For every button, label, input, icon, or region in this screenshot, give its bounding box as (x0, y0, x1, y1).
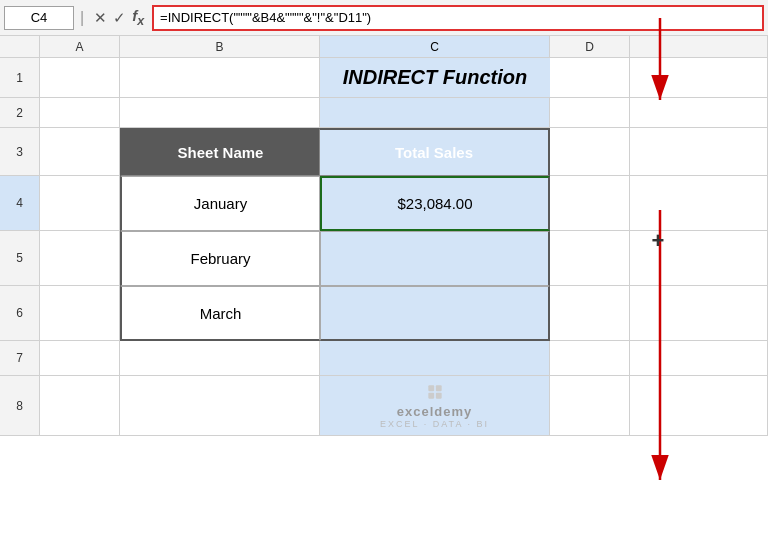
cell-c8-logo: exceldemy EXCEL · DATA · BI (320, 376, 550, 436)
cell-e2[interactable] (630, 98, 768, 128)
formula-bar: C4 | ✕ ✓ fx =INDIRECT(""""&B4&""""&"!"&"… (0, 0, 768, 36)
cell-a2[interactable] (40, 98, 120, 128)
row-header-6[interactable]: 6 (0, 286, 40, 341)
cell-d4[interactable] (550, 176, 630, 231)
row-header-7[interactable]: 7 (0, 341, 40, 376)
formula-input[interactable]: =INDIRECT(""""&B4&""""&"!"&"D11") (152, 5, 764, 31)
cell-d8[interactable] (550, 376, 630, 436)
col-header-e[interactable] (630, 36, 768, 58)
cell-d2[interactable] (550, 98, 630, 128)
cell-e5[interactable] (630, 231, 768, 286)
cell-b6[interactable]: March (120, 286, 320, 341)
formula-icons: ✕ ✓ fx (94, 7, 144, 28)
cell-c4[interactable]: $23,084.00 (320, 176, 550, 231)
confirm-icon[interactable]: ✓ (113, 9, 126, 27)
svg-rect-3 (435, 393, 441, 399)
cell-e3[interactable] (630, 128, 768, 176)
row-8: 8 exceldemy EXCEL · DATA · BI (0, 376, 768, 436)
cell-c3-header[interactable]: Total Sales (320, 128, 550, 176)
row-header-8[interactable]: 8 (0, 376, 40, 436)
row-header-3[interactable]: 3 (0, 128, 40, 176)
col-header-b[interactable]: B (120, 36, 320, 58)
row-header-2[interactable]: 2 (0, 98, 40, 128)
cell-b7[interactable] (120, 341, 320, 376)
cell-c7[interactable] (320, 341, 550, 376)
col-header-a[interactable]: A (40, 36, 120, 58)
cell-d3[interactable] (550, 128, 630, 176)
cell-e6[interactable] (630, 286, 768, 341)
spreadsheet: A B C D 1 INDIRECT Function 2 3 (0, 36, 768, 535)
cell-b4[interactable]: January (120, 176, 320, 231)
row-7: 7 (0, 341, 768, 376)
row-1: 1 INDIRECT Function (0, 58, 768, 98)
cell-b2[interactable] (120, 98, 320, 128)
cell-reference-box[interactable]: C4 (4, 6, 74, 30)
cell-d1[interactable] (550, 58, 630, 98)
cell-c2[interactable] (320, 98, 550, 128)
logo-text-main: exceldemy (397, 404, 473, 419)
cell-a7[interactable] (40, 341, 120, 376)
cell-c5[interactable] (320, 231, 550, 286)
row-5: 5 February (0, 231, 768, 286)
row-2: 2 (0, 98, 768, 128)
row-6: 6 March (0, 286, 768, 341)
cell-a8[interactable] (40, 376, 120, 436)
svg-rect-0 (428, 385, 434, 391)
row-3: 3 Sheet Name Total Sales (0, 128, 768, 176)
col-header-d[interactable]: D (550, 36, 630, 58)
row-header-1[interactable]: 1 (0, 58, 40, 98)
cell-a1[interactable] (40, 58, 120, 98)
cell-a6[interactable] (40, 286, 120, 341)
svg-rect-2 (428, 393, 434, 399)
row-4: 4 January $23,084.00 (0, 176, 768, 231)
cell-c6[interactable] (320, 286, 550, 341)
cell-d5[interactable] (550, 231, 630, 286)
cancel-icon[interactable]: ✕ (94, 9, 107, 27)
cell-e7[interactable] (630, 341, 768, 376)
cell-a4[interactable] (40, 176, 120, 231)
cell-d6[interactable] (550, 286, 630, 341)
cell-d7[interactable] (550, 341, 630, 376)
cell-e4[interactable] (630, 176, 768, 231)
cell-a3[interactable] (40, 128, 120, 176)
rows-area: 1 INDIRECT Function 2 3 Sheet Name Total… (0, 58, 768, 535)
cell-b8[interactable] (120, 376, 320, 436)
row-header-4[interactable]: 4 (0, 176, 40, 231)
function-icon[interactable]: fx (132, 7, 144, 28)
cell-b1[interactable] (120, 58, 320, 98)
cell-c1[interactable]: INDIRECT Function (320, 58, 550, 98)
corner-cell[interactable] (0, 36, 40, 58)
logo-icon (425, 382, 445, 402)
cell-e8[interactable] (630, 376, 768, 436)
cell-e1[interactable] (630, 58, 768, 98)
cell-b3-header[interactable]: Sheet Name (120, 128, 320, 176)
formula-divider: | (80, 9, 84, 27)
row-header-5[interactable]: 5 (0, 231, 40, 286)
cell-a5[interactable] (40, 231, 120, 286)
logo-text-sub: EXCEL · DATA · BI (380, 419, 489, 429)
column-headers: A B C D (0, 36, 768, 58)
svg-rect-1 (435, 385, 441, 391)
cell-b5[interactable]: February (120, 231, 320, 286)
col-header-c[interactable]: C (320, 36, 550, 58)
